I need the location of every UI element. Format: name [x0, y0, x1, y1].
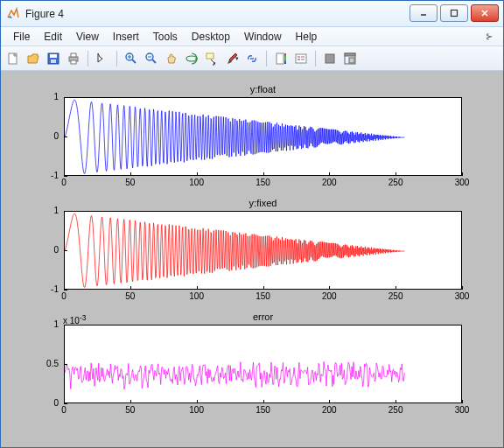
menu-more-icon[interactable]: ⊱: [486, 32, 498, 41]
pan-icon[interactable]: [163, 50, 180, 67]
svg-rect-1: [452, 10, 458, 17]
axes-title-yfixed: y:fixed: [65, 198, 461, 208]
svg-rect-30: [349, 58, 354, 63]
data-cursor-icon[interactable]: [203, 50, 220, 67]
zoom-out-icon[interactable]: [143, 50, 160, 67]
menu-view[interactable]: View: [69, 29, 106, 45]
link-icon[interactable]: [243, 50, 261, 67]
y-tick-label: -1: [51, 171, 59, 180]
x-tick-label: 200: [320, 405, 338, 415]
dock-icon[interactable]: [341, 50, 359, 67]
x-tick-label: 100: [188, 291, 206, 301]
axes-yfloat[interactable]: y:float: [64, 97, 462, 176]
svg-rect-20: [276, 53, 284, 64]
y-tick-label: 0: [53, 245, 59, 255]
svg-rect-8: [71, 60, 76, 64]
x-tick-label: 50: [122, 178, 139, 187]
x-tick-label: 250: [387, 291, 404, 301]
menu-window[interactable]: Window: [237, 29, 289, 45]
title-bar[interactable]: Figure 4: [1, 1, 503, 27]
save-icon[interactable]: [45, 50, 62, 67]
y-tick-label: 1: [53, 92, 59, 102]
svg-rect-17: [206, 53, 214, 59]
hide-tools-icon[interactable]: [321, 50, 339, 67]
line-yfloat: [65, 98, 461, 175]
x-tick-label: 200: [320, 178, 338, 187]
figure-window: Figure 4 File Edit View Insert Tools Des…: [0, 0, 504, 448]
insert-legend-icon[interactable]: [292, 50, 310, 67]
new-figure-icon[interactable]: [4, 50, 22, 67]
zoom-in-icon[interactable]: [122, 50, 140, 67]
svg-point-18: [214, 62, 215, 64]
svg-rect-4: [50, 54, 57, 58]
svg-rect-29: [345, 53, 355, 56]
toolbar: ▾: [1, 46, 503, 71]
x-tick-label: 300: [453, 405, 471, 415]
y-tick-label: 0: [53, 131, 59, 141]
menu-desktop[interactable]: Desktop: [185, 29, 237, 45]
axes-title-yfloat: y:float: [65, 84, 461, 94]
y-tick-label: 1: [53, 319, 59, 329]
window-buttons: [410, 1, 503, 26]
menu-insert[interactable]: Insert: [106, 29, 146, 45]
x-tick-label: 200: [320, 291, 338, 301]
x-tick-label: 50: [122, 405, 139, 415]
plot-area: y:float y:fixed error x 10-3 05010015020…: [1, 71, 503, 447]
svg-point-16: [186, 56, 197, 61]
line-error: [65, 326, 461, 402]
svg-line-10: [132, 60, 136, 63]
svg-rect-27: [326, 54, 334, 63]
svg-rect-7: [71, 53, 76, 57]
brush-icon[interactable]: ▾: [223, 50, 241, 67]
axes-error[interactable]: error x 10-3: [64, 325, 462, 403]
x-tick-label: 300: [453, 178, 471, 187]
menu-help[interactable]: Help: [289, 29, 325, 45]
x-tick-label: 250: [387, 405, 404, 415]
window-title: Figure 4: [25, 8, 410, 20]
svg-rect-5: [51, 60, 56, 63]
open-icon[interactable]: [24, 50, 42, 67]
x-tick-label: 250: [387, 178, 404, 187]
axes-title-error: error: [65, 312, 461, 322]
minimize-button[interactable]: [410, 4, 438, 22]
x-tick-label: 300: [453, 291, 471, 301]
x-tick-label: 150: [255, 405, 272, 415]
x-tick-label: 100: [188, 178, 206, 187]
y-tick-label: 0.5: [46, 359, 59, 368]
y-tick-label: 0: [53, 398, 59, 408]
menu-bar: File Edit View Insert Tools Desktop Wind…: [1, 27, 503, 46]
insert-colorbar-icon[interactable]: [272, 50, 290, 67]
axes-yfixed[interactable]: y:fixed: [64, 211, 462, 290]
x-tick-label: 150: [255, 178, 272, 187]
close-button[interactable]: [471, 4, 499, 22]
rotate-3d-icon[interactable]: [183, 50, 200, 67]
line-yfixed: [65, 212, 461, 289]
x-tick-label: 50: [122, 291, 139, 301]
svg-line-14: [152, 60, 156, 63]
svg-rect-21: [284, 53, 286, 64]
x-tick-label: 150: [255, 291, 272, 301]
edit-plot-icon[interactable]: [94, 50, 111, 67]
menu-tools[interactable]: Tools: [146, 29, 185, 45]
y-tick-label: -1: [51, 284, 59, 294]
x-tick-label: 100: [188, 405, 206, 415]
menu-edit[interactable]: Edit: [37, 29, 69, 45]
print-icon[interactable]: [65, 50, 82, 67]
menu-file[interactable]: File: [6, 29, 37, 45]
svg-rect-22: [296, 54, 306, 63]
maximize-button[interactable]: [440, 4, 468, 22]
matlab-icon: [6, 7, 20, 21]
y-tick-label: 1: [53, 206, 59, 215]
